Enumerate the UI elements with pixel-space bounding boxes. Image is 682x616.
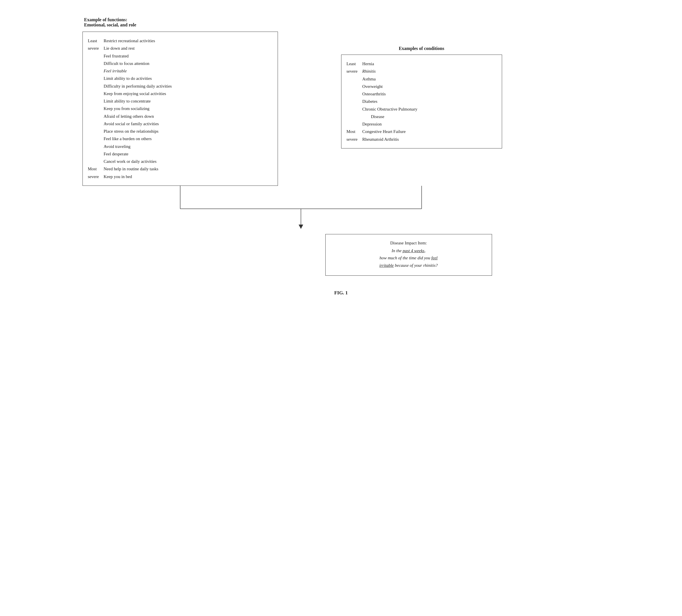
item-text: Cancel work or daily activities [104, 158, 157, 165]
functions-list-item: severeKeep you in bed [88, 173, 271, 180]
item-text: Depression [362, 120, 382, 128]
functions-list-item: Feel like a burden on others [88, 135, 271, 142]
functions-list-item: Avoid social or family activities [88, 120, 271, 127]
conditions-list-item: Osteoarthritis [347, 90, 494, 98]
severity-label: severe [347, 68, 362, 75]
functions-list-item: MostNeed help in routine daily tasks [88, 165, 271, 172]
line1-text: In the [392, 248, 403, 253]
functions-list-item: Avoid traveling [88, 143, 271, 150]
conditions-list-item: Asthma [347, 75, 494, 83]
conditions-header: Examples of conditions [341, 46, 502, 51]
conditions-list-item: Diabetes [347, 98, 494, 105]
conditions-list: LeastHerniasevereRhinitisAsthmaOverweigh… [347, 60, 494, 143]
page-container: Example of functions: Emotional, social,… [23, 17, 659, 296]
item-text: Feel irritable [104, 67, 127, 75]
item-text: Feel desperate [104, 150, 129, 158]
item-text: Keep from enjoying social activities [104, 90, 166, 97]
conditions-box: LeastHerniasevereRhinitisAsthmaOverweigh… [341, 54, 502, 148]
fig-label: FIG. 1 [83, 290, 600, 296]
item-text: Diabetes [362, 98, 377, 105]
severity-label: Most [88, 165, 104, 172]
conditions-list-item: MostCongestive Heart Failure [347, 128, 494, 135]
line3-end: because of your rhinitis? [394, 263, 438, 268]
conditions-list-item: Overweight [347, 83, 494, 90]
item-text: Lie down and rest [104, 45, 135, 52]
item-text: Avoid traveling [104, 143, 131, 150]
past-4-weeks: past 4 weeks [403, 248, 425, 253]
item-text: Hernia [362, 60, 374, 68]
functions-list-item: Afraid of letting others down [88, 113, 271, 120]
item-text: Osteoarthritis [362, 90, 386, 98]
boxes-row: Example of functions: Emotional, social,… [83, 17, 600, 186]
conditions-list-item: Disease [347, 113, 494, 120]
item-text: Feel like a burden on others [104, 135, 152, 142]
disease-impact-box: Disease Impact Item: In the past 4 weeks… [325, 234, 492, 276]
functions-list-item: Feel irritable [88, 67, 271, 75]
functions-list-item: Feel frustrated [88, 52, 271, 60]
disease-impact-content: In the past 4 weeks, how much of the tim… [336, 247, 481, 269]
item-text: Limit ability to concentrate [104, 97, 151, 105]
functions-title-line2: Emotional, social, and role [84, 22, 137, 28]
item-text: Disease [371, 113, 385, 120]
conditions-list-item: severeRheumatoid Arthritis [347, 136, 494, 143]
item-text: Keep you from socializing [104, 105, 150, 112]
functions-header: Example of functions: Emotional, social,… [84, 17, 137, 28]
svg-marker-4 [299, 224, 303, 229]
severity-label: severe [88, 173, 104, 180]
functions-box: LeastRestrict recreational activitiessev… [83, 31, 278, 186]
functions-list-item: Keep from enjoying social activities [88, 90, 271, 97]
item-text: Chronic Obstructive Pulmonary [362, 105, 417, 113]
functions-title-line1: Example of functions: [84, 17, 137, 22]
item-text: Difficult to focus attention [104, 60, 150, 67]
functions-list-item: Place stress on the relationships [88, 127, 271, 135]
connectors-area: Disease Impact Item: In the past 4 weeks… [83, 186, 600, 276]
functions-list-item: Feel desperate [88, 150, 271, 158]
item-text: Keep you in bed [104, 173, 132, 180]
left-section: Example of functions: Emotional, social,… [83, 17, 278, 186]
item-text: Congestive Heart Failure [362, 128, 406, 135]
diagram-wrapper: Example of functions: Emotional, social,… [83, 17, 600, 296]
irritable-underline: irritable [379, 263, 394, 268]
feel-underline: feel [431, 256, 438, 260]
conditions-list-item: LeastHernia [347, 60, 494, 68]
item-text: Afraid of letting others down [104, 113, 154, 120]
right-section: Examples of conditions LeastHerniasevere… [341, 46, 502, 148]
item-text: Restrict recreational activities [104, 37, 155, 45]
functions-list-item: Difficult to focus attention [88, 60, 271, 67]
functions-list-item: Limit ability to do activities [88, 75, 271, 82]
functions-list-item: Cancel work or daily activities [88, 158, 271, 165]
severity-label: Least [347, 60, 362, 68]
item-text: Rhinitis [362, 68, 376, 75]
line1-comma: , [425, 248, 426, 253]
item-text: Place stress on the relationships [104, 127, 159, 135]
functions-list: LeastRestrict recreational activitiessev… [88, 37, 271, 180]
item-text: Feel frustrated [104, 52, 129, 60]
item-text: Difficulty in performing daily activitie… [104, 82, 172, 90]
functions-list-item: Limit ability to concentrate [88, 97, 271, 105]
conditions-list-item: Depression [347, 120, 494, 128]
severity-label: Least [88, 37, 104, 45]
functions-list-item: Keep you from socializing [88, 105, 271, 112]
item-text: Need help in routine daily tasks [104, 165, 158, 172]
item-text: Overweight [362, 83, 383, 90]
functions-list-item: Difficulty in performing daily activitie… [88, 82, 271, 90]
conditions-list-item: severeRhinitis [347, 68, 494, 75]
severity-label: severe [88, 45, 104, 52]
severity-label: Most [347, 128, 362, 135]
item-text: Rheumatoid Arthritis [362, 136, 399, 143]
functions-list-item: severeLie down and rest [88, 45, 271, 52]
functions-list-item: LeastRestrict recreational activities [88, 37, 271, 45]
item-text: Avoid social or family activities [104, 120, 159, 127]
disease-impact-title: Disease Impact Item: [336, 241, 481, 245]
line2-text: how much of the time did you [379, 256, 431, 260]
severity-label: severe [347, 136, 362, 143]
conditions-list-item: Chronic Obstructive Pulmonary [347, 105, 494, 113]
item-text: Asthma [362, 75, 376, 83]
connector-svg [83, 186, 600, 232]
item-text: Limit ability to do activities [104, 75, 152, 82]
